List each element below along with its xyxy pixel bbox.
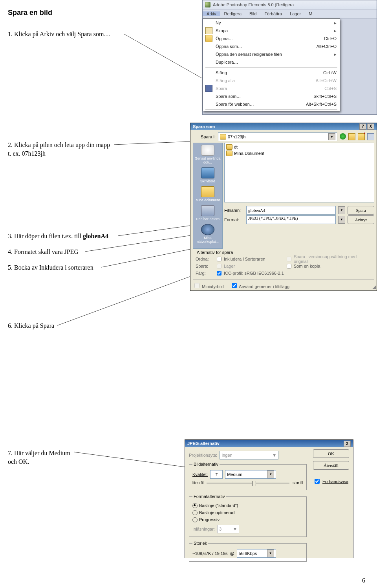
desktop-icon bbox=[201, 167, 214, 178]
farg-label: Färg: bbox=[196, 271, 212, 276]
slider-small-label: liten fil bbox=[192, 481, 203, 485]
menu-stang-alla: Stäng alla Alt+Ctrl+W bbox=[203, 77, 340, 85]
gemener-checkbox[interactable] bbox=[232, 283, 237, 288]
slider-thumb[interactable] bbox=[252, 481, 256, 486]
menu-m[interactable]: M bbox=[305, 11, 316, 16]
menu-lager[interactable]: Lager bbox=[286, 11, 305, 16]
menu-forbattra[interactable]: Förbättra bbox=[260, 11, 286, 16]
quality-slider[interactable] bbox=[207, 483, 289, 483]
lookin-combo[interactable]: 07h123jh ▼ bbox=[218, 132, 337, 141]
menu-shortcut: Alt+Ctrl+O bbox=[317, 44, 337, 49]
chevron-down-icon[interactable]: ▼ bbox=[267, 549, 274, 557]
place-label: Senast använda dok... bbox=[195, 156, 220, 164]
menu-item-label: Ny bbox=[216, 20, 221, 25]
imgopts-legend: Bildalternativ bbox=[192, 462, 220, 467]
floppy-icon bbox=[205, 85, 212, 92]
place-network[interactable]: Mina nätverksplat... bbox=[194, 224, 221, 244]
filename-input[interactable] bbox=[246, 206, 336, 215]
cancel-button[interactable]: Avbryt bbox=[348, 215, 374, 224]
jpeg-options-dialog: JPEG-alternativ X OK Återställ Förhandsv… bbox=[185, 439, 353, 558]
fmt-optimized-radio[interactable]: Baslinje optimerad bbox=[192, 509, 303, 516]
submenu-arrow-icon: ▸ bbox=[334, 52, 337, 57]
step-3-text: 3. Här döper du filen t.ex. till bbox=[8, 233, 83, 239]
quality-combo[interactable]: Medium ▼ bbox=[225, 470, 276, 479]
preview-checkbox[interactable] bbox=[315, 479, 320, 484]
arkiv-dropdown[interactable]: Ny ▸ Skapa ▸ Öppna… Ctrl+O Öppna som… Al… bbox=[203, 18, 340, 111]
inkludera-label: Inkludera i Sorteraren bbox=[224, 257, 265, 261]
format-combo[interactable]: JPEG (*.JPG;*.JPEG;*.JPE) bbox=[246, 215, 336, 224]
radio-icon bbox=[192, 517, 198, 522]
lager-label: Lager bbox=[224, 264, 235, 268]
fmt-baseline-radio[interactable]: Baslinje ("standard") bbox=[192, 502, 303, 509]
menu-spara-webben[interactable]: Spara för webben… Alt+Skift+Ctrl+S bbox=[203, 100, 340, 108]
chevron-down-icon[interactable]: ▼ bbox=[328, 133, 335, 140]
menu-redigera[interactable]: Redigera bbox=[220, 11, 245, 16]
menu-shortcut: Ctrl+W bbox=[323, 70, 337, 75]
chevron-down-icon: ▼ bbox=[272, 453, 276, 458]
save-as-dialog: Spara som ? X Spara i: 07h123jh ▼ Senast… bbox=[190, 123, 377, 291]
place-computer[interactable]: Den här datorn bbox=[194, 205, 221, 221]
chevron-down-icon[interactable]: ▼ bbox=[338, 206, 345, 214]
menu-stang[interactable]: Stäng Ctrl+W bbox=[203, 69, 340, 77]
file-row[interactable]: Mina Dokument bbox=[226, 150, 372, 156]
nav-back-icon[interactable] bbox=[340, 133, 346, 140]
menu-item-label: Stäng bbox=[216, 70, 227, 75]
icc-checkbox[interactable] bbox=[217, 271, 221, 276]
chevron-down-icon[interactable]: ▼ bbox=[267, 470, 274, 478]
menu-shortcut: Ctrl+S bbox=[324, 86, 337, 91]
nav-viewmenu-icon[interactable] bbox=[367, 133, 374, 140]
kopia-checkbox[interactable] bbox=[287, 264, 291, 268]
place-desktop[interactable]: Skrivbord bbox=[194, 167, 221, 183]
file-row[interactable]: dt bbox=[226, 144, 372, 150]
place-recent[interactable]: Senast använda dok... bbox=[194, 145, 221, 164]
place-docs[interactable]: Mina dokument bbox=[194, 186, 221, 202]
step-5: 5. Bocka av Inkludera i sorteraren bbox=[8, 264, 93, 271]
place-label: Den här datorn bbox=[196, 217, 220, 221]
image-options-group: Bildalternativ Kvalitet: Medium ▼ liten … bbox=[189, 462, 307, 490]
help-button[interactable]: ? bbox=[359, 123, 366, 130]
menu-bild[interactable]: Bild bbox=[245, 11, 260, 16]
file-list[interactable]: dt Mina Dokument bbox=[224, 143, 374, 202]
rate-combo[interactable]: 56,6Kbps ▼ bbox=[237, 549, 276, 558]
ok-button[interactable]: OK bbox=[313, 449, 349, 458]
submenu-arrow-icon: ▸ bbox=[334, 20, 337, 26]
matte-value: Ingen bbox=[221, 453, 232, 458]
menu-spara-som[interactable]: Spara som… Skift+Ctrl+S bbox=[203, 92, 340, 100]
menu-item-label: Duplicera… bbox=[216, 60, 238, 64]
menu-recent[interactable]: Öppna den senast redigerade filen ▸ bbox=[203, 50, 340, 58]
place-label: Mina dokument bbox=[196, 198, 220, 202]
menu-skapa[interactable]: Skapa ▸ bbox=[203, 27, 340, 35]
menu-oppna-som[interactable]: Öppna som… Alt+Ctrl+O bbox=[203, 42, 340, 50]
menu-shortcut: Alt+Ctrl+W bbox=[316, 78, 337, 83]
inkludera-checkbox[interactable] bbox=[217, 257, 221, 261]
save-button[interactable]: Spara bbox=[348, 206, 374, 215]
format-label: Format: bbox=[224, 217, 244, 222]
reset-button[interactable]: Återställ bbox=[313, 461, 349, 470]
computer-icon bbox=[201, 205, 214, 216]
menu-item-label: Stäng alla bbox=[216, 78, 235, 83]
menu-oppna[interactable]: Öppna… Ctrl+O bbox=[203, 35, 340, 42]
format-value: JPEG (*.JPG;*.JPEG;*.JPE) bbox=[248, 216, 298, 220]
docs-icon bbox=[201, 186, 214, 197]
ps-menubar[interactable]: Arkiv Redigera Bild Förbättra Lager M bbox=[203, 9, 377, 18]
format-options-group: Formatalternativ Baslinje ("standard") B… bbox=[189, 494, 307, 537]
resize-grip-icon[interactable]: ◢ bbox=[372, 284, 376, 290]
chevron-down-icon[interactable]: ▼ bbox=[338, 216, 345, 224]
page-number: 6 bbox=[362, 577, 365, 584]
matte-label: Projektionsyta: bbox=[189, 453, 217, 458]
slider-large-label: stor fil bbox=[293, 481, 303, 485]
quality-input[interactable] bbox=[210, 470, 223, 479]
close-button[interactable]: X bbox=[367, 123, 374, 130]
thumb-label: Miniatyrbild bbox=[202, 284, 224, 289]
nav-newfolder-icon[interactable] bbox=[358, 133, 365, 140]
step-3: 3. Här döper du filen t.ex. till globenA… bbox=[8, 233, 108, 240]
menu-spara: Spara Ctrl+S bbox=[203, 85, 340, 92]
menu-duplicera[interactable]: Duplicera… bbox=[203, 58, 340, 66]
menu-arkiv[interactable]: Arkiv bbox=[203, 11, 220, 16]
chevron-down-icon: ▼ bbox=[233, 527, 237, 531]
places-bar[interactable]: Senast använda dok... Skrivbord Mina dok… bbox=[193, 143, 223, 249]
nav-up-icon[interactable] bbox=[348, 133, 355, 140]
menu-ny[interactable]: Ny ▸ bbox=[203, 19, 340, 27]
close-button[interactable]: X bbox=[344, 441, 351, 447]
fmt-progressive-radio[interactable]: Progressiv bbox=[192, 516, 303, 523]
